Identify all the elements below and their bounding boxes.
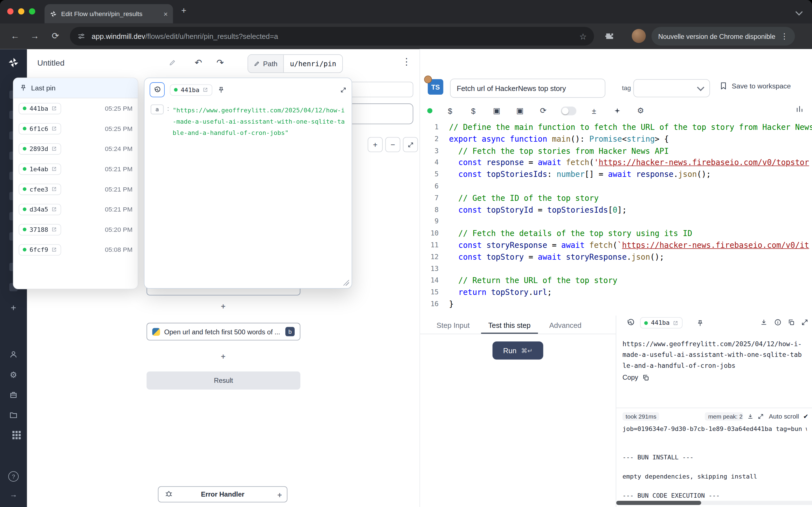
external-link-icon[interactable] [51, 166, 57, 172]
expand-result-icon[interactable] [801, 319, 808, 326]
folders-icon[interactable] [0, 411, 27, 419]
extensions-icon[interactable] [605, 32, 613, 40]
flow-node-result[interactable]: Result [147, 372, 301, 390]
sidebar-create-button[interactable]: + [0, 302, 27, 314]
collapse-sidebar-icon[interactable]: → [0, 490, 27, 499]
edit-name-pencil-icon[interactable] [169, 59, 176, 66]
resize-grip[interactable] [343, 280, 349, 286]
pin-icon[interactable] [218, 86, 225, 94]
pin-row[interactable]: 6fcf905:08 PM [13, 239, 138, 260]
more-options-kebab[interactable]: ⋮ [402, 56, 411, 67]
pin-id-chip[interactable]: 37188 [18, 224, 61, 235]
external-link-icon[interactable] [202, 87, 208, 93]
external-link-icon[interactable] [51, 146, 57, 152]
external-link-icon[interactable] [51, 226, 57, 232]
help-icon[interactable]: ? [0, 471, 27, 482]
forward-button[interactable]: → [28, 30, 42, 43]
tab-search-icon[interactable] [797, 9, 802, 14]
external-link-icon[interactable] [51, 247, 57, 252]
tab-advanced[interactable]: Advanced [542, 317, 589, 334]
pin-id-chip[interactable]: 2893d [18, 143, 61, 154]
tab-step-input[interactable]: Step Input [429, 317, 477, 334]
external-link-icon[interactable] [673, 320, 678, 326]
tab-test-this-step[interactable]: Test this step [481, 317, 538, 334]
pin-icon[interactable] [696, 320, 704, 327]
insert-step-button[interactable]: + [219, 302, 227, 310]
diff-editor-icon[interactable]: ± [589, 105, 600, 116]
redo-button[interactable]: ↷ [216, 57, 224, 68]
undo-button[interactable]: ↶ [195, 57, 202, 68]
settings-gear-icon[interactable]: ⚙ [0, 370, 27, 380]
pin-row[interactable]: 3718805:20 PM [13, 219, 138, 240]
pin-id-chip[interactable]: d34a5 [18, 204, 61, 215]
address-bar[interactable]: app.windmill.dev /flows/edit/u/henri/pin… [70, 27, 594, 46]
save-to-workspace-button[interactable]: Save to workspace [719, 82, 791, 90]
pin-row[interactable]: cfee305:21 PM [13, 179, 138, 200]
workers-icon[interactable] [0, 391, 27, 399]
tab-close-icon[interactable]: × [163, 10, 168, 18]
assets-bars-icon[interactable] [795, 105, 804, 113]
close-window-button[interactable] [7, 8, 13, 14]
pin-id-chip[interactable]: cfee3 [18, 183, 61, 194]
maximize-window-button[interactable] [29, 8, 35, 14]
back-button[interactable]: ← [8, 30, 22, 43]
download-result-icon[interactable] [760, 319, 767, 326]
expand-popup-icon[interactable] [340, 87, 347, 93]
pin-id-chip[interactable]: 1e4ab [18, 163, 61, 174]
external-link-icon[interactable] [51, 186, 57, 192]
flow-name[interactable]: Untitled [37, 59, 64, 68]
ai-assist-icon[interactable] [612, 105, 623, 116]
variables-icon[interactable]: $ [444, 105, 456, 116]
package-icon[interactable]: ▣ [491, 105, 502, 116]
pin-id-chip[interactable]: 6f1c6 [18, 123, 61, 134]
pin-row[interactable]: d34a505:21 PM [13, 199, 138, 219]
bookmark-star-icon[interactable]: ☆ [579, 31, 587, 41]
flow-node-error-handler[interactable]: Error Handler + [158, 487, 287, 503]
external-link-icon[interactable] [51, 207, 57, 212]
pin-row[interactable]: 1e4ab05:21 PM [13, 159, 138, 179]
minimize-window-button[interactable] [18, 8, 24, 14]
editor-toggle[interactable] [561, 106, 576, 115]
history-icon[interactable] [626, 319, 635, 327]
download-logs-icon[interactable] [747, 413, 753, 420]
pin-id-chip[interactable]: 441ba [18, 103, 61, 114]
pin-id-chip[interactable]: 6fcf9 [18, 244, 61, 255]
external-link-icon[interactable] [51, 106, 57, 111]
library-icon[interactable]: ▣ [514, 105, 525, 116]
popup-id-chip[interactable]: 441ba [170, 84, 212, 95]
error-handler-add-icon[interactable]: + [275, 490, 284, 499]
editor-settings-icon[interactable]: ⚙ [635, 105, 646, 116]
zoom-in-button[interactable]: + [368, 137, 383, 152]
pin-row[interactable]: 2893d05:24 PM [13, 138, 138, 159]
pin-row[interactable]: 6f1c605:25 PM [13, 119, 138, 139]
run-button[interactable]: Run ⌘↵ [493, 341, 543, 359]
copy-result-icon[interactable] [788, 319, 795, 326]
browser-menu-icon[interactable]: ⋮ [780, 32, 788, 41]
external-link-icon[interactable] [51, 126, 57, 131]
history-toggle-button[interactable] [150, 82, 165, 97]
code-editor[interactable]: 1// Define the main function to fetch th… [420, 122, 812, 315]
logs-hscrollbar[interactable] [616, 501, 812, 505]
result-id-chip[interactable]: 441ba [640, 317, 682, 328]
chrome-update-pill[interactable]: Nouvelle version de Chrome disponible ⋮ [652, 27, 795, 46]
profile-avatar[interactable] [632, 29, 646, 43]
apps-grid-icon[interactable] [0, 431, 27, 433]
browser-tab[interactable]: Edit Flow u/henri/pin_results × [45, 4, 173, 23]
resources-icon[interactable]: $ [468, 105, 479, 116]
summary-input[interactable] [450, 78, 605, 98]
expand-logs-icon[interactable] [757, 413, 763, 420]
pin-row[interactable]: 441ba05:25 PM [13, 98, 138, 119]
scrollbar-thumb[interactable] [616, 501, 701, 505]
new-tab-button[interactable]: + [181, 6, 186, 16]
path-control[interactable]: Path u/henri/pin [248, 54, 343, 73]
site-settings-icon[interactable] [77, 32, 86, 40]
copy-button[interactable]: Copy [622, 374, 650, 381]
info-icon[interactable] [774, 319, 781, 326]
fit-view-button[interactable] [403, 137, 418, 152]
reload-button[interactable]: ⟳ [49, 30, 62, 43]
reload-deps-icon[interactable]: ⟳ [538, 105, 549, 116]
flow-node-b[interactable]: Open url and fetch first 500 words of ..… [147, 323, 301, 340]
user-icon[interactable] [0, 350, 27, 358]
windmill-logo[interactable] [0, 57, 27, 68]
autoscroll-checkbox[interactable]: ✔ [803, 413, 808, 420]
